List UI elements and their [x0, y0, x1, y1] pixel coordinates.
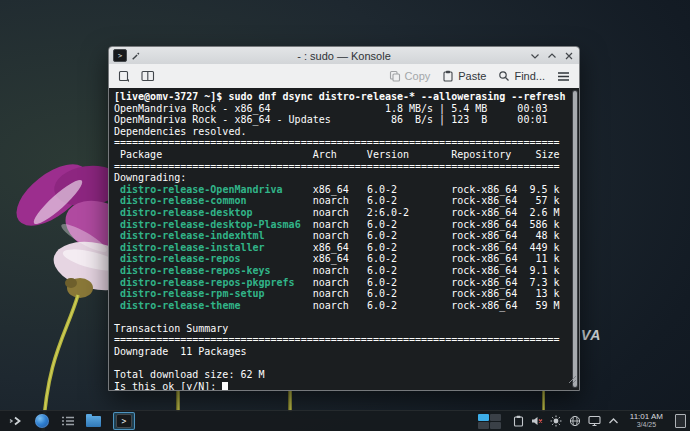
- network-tray-icon[interactable]: [569, 415, 581, 427]
- display-tray-icon[interactable]: [588, 415, 601, 427]
- volume-muted-icon[interactable]: [531, 415, 543, 427]
- split-view-button[interactable]: [141, 70, 155, 82]
- pager-desktop-4[interactable]: [490, 422, 501, 429]
- clock-date: 3/4/25: [630, 421, 663, 429]
- terminal-scrollbar[interactable]: [572, 90, 578, 388]
- minimize-button[interactable]: [530, 51, 540, 61]
- terminal-output[interactable]: [live@omv-3727 ~]$ sudo dnf dsync distro…: [109, 88, 579, 390]
- pager-desktop-1[interactable]: [478, 414, 489, 421]
- terminal-cursor: [222, 382, 228, 390]
- tray-expander-icon[interactable]: [608, 417, 619, 425]
- clock-time: 11:01 AM: [630, 413, 663, 421]
- konsole-icon: >: [116, 414, 132, 428]
- new-tab-button[interactable]: [118, 70, 131, 83]
- konsole-app-icon: >: [113, 49, 127, 62]
- wallpaper-watermark: VA: [581, 327, 601, 343]
- find-button[interactable]: Find...: [498, 70, 545, 82]
- pin-icon[interactable]: [131, 47, 141, 65]
- maximize-button[interactable]: [547, 51, 557, 61]
- browser-launcher-icon[interactable]: [33, 413, 50, 430]
- pager-desktop-3[interactable]: [478, 422, 489, 429]
- file-manager-icon[interactable]: [85, 413, 102, 430]
- konsole-task-button[interactable]: >: [113, 412, 135, 430]
- paste-button[interactable]: Paste: [442, 70, 486, 82]
- konsole-toolbar: Copy Paste Find...: [109, 64, 579, 89]
- clipboard-tray-icon[interactable]: [513, 415, 524, 427]
- paste-label: Paste: [458, 70, 486, 82]
- show-desktop-button[interactable]: [675, 414, 686, 428]
- window-title: - : sudo — Konsole: [109, 50, 579, 62]
- find-label: Find...: [514, 70, 545, 82]
- pager-desktop-2[interactable]: [490, 414, 501, 421]
- window-titlebar[interactable]: > - : sudo — Konsole: [109, 47, 579, 65]
- resize-grip-icon[interactable]: [568, 370, 577, 388]
- hamburger-menu-icon[interactable]: [557, 71, 570, 82]
- taskbar: >: [0, 410, 690, 431]
- digital-clock[interactable]: 11:01 AM 3/4/25: [630, 413, 663, 429]
- task-manager-icon[interactable]: [59, 413, 76, 430]
- konsole-window: > - : sudo — Konsole: [108, 46, 580, 391]
- wallpaper-stem: [542, 389, 545, 412]
- copy-button[interactable]: Copy: [389, 70, 431, 82]
- virtual-desktop-pager[interactable]: [478, 414, 501, 429]
- close-button[interactable]: [564, 51, 574, 61]
- copy-label: Copy: [405, 70, 431, 82]
- scrollbar-thumb[interactable]: [573, 91, 577, 387]
- brightness-tray-icon[interactable]: [550, 415, 562, 427]
- app-launcher-button[interactable]: [7, 413, 24, 430]
